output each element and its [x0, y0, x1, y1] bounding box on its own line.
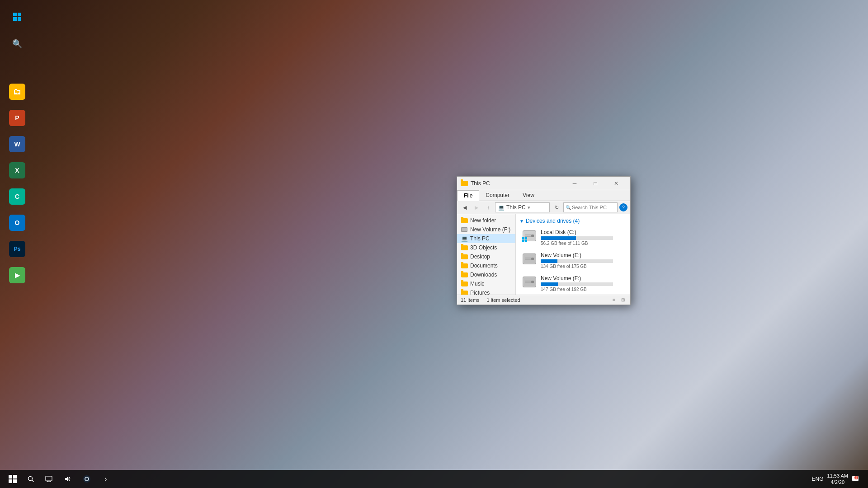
- minimize-button[interactable]: ─: [564, 177, 585, 190]
- content-panel: ▼ Devices and drives (4): [516, 214, 630, 295]
- search-box[interactable]: 🔍: [563, 202, 618, 212]
- svg-marker-6: [65, 477, 68, 481]
- date-display: 4/2/20: [830, 479, 844, 485]
- nav-music[interactable]: Music: [457, 279, 515, 288]
- path-text: This PC: [506, 204, 526, 211]
- drive-e[interactable]: New Volume (E:) 134 GB free of 175 GB: [519, 250, 627, 271]
- drive-c-fill: [541, 236, 576, 240]
- start-button-taskbar[interactable]: [4, 470, 22, 488]
- file-explorer-window: This PC ─ □ ✕ File Computer View ◀ ▶ ↑ 💻…: [457, 176, 631, 305]
- status-item-count: 11 items: [461, 297, 480, 303]
- drive-f[interactable]: New Volume (F:) 147 GB free of 192 GB: [519, 273, 627, 294]
- notification-count: 1: [854, 476, 858, 479]
- status-selected: 1 item selected: [487, 297, 520, 303]
- taskbar-steam-icon[interactable]: [78, 470, 96, 488]
- search-input[interactable]: [572, 205, 615, 210]
- refresh-button[interactable]: ↻: [552, 202, 561, 212]
- folder-icon: [461, 217, 468, 224]
- drive-e-info: New Volume (E:) 134 GB free of 175 GB: [541, 252, 623, 269]
- up-button[interactable]: ↑: [483, 202, 493, 212]
- nav-desktop[interactable]: Desktop: [457, 252, 515, 261]
- folder-icon-downloads: [461, 272, 468, 278]
- system-tray: ENG 11:53 AM 4/2/20 1: [812, 473, 865, 486]
- folder-icon-desktop: [461, 253, 468, 260]
- notification-center[interactable]: 1: [852, 475, 859, 483]
- time-display: 11:53 AM: [827, 473, 848, 479]
- devices-drives-section[interactable]: ▼ Devices and drives (4): [518, 216, 628, 226]
- address-bar: ◀ ▶ ↑ 💻 This PC ▾ ↻ 🔍 ?: [457, 201, 630, 214]
- ribbon-tabs: File Computer View: [457, 190, 630, 201]
- app-icon-powerpoint[interactable]: P: [4, 106, 31, 130]
- folder-icon-3d: [461, 244, 468, 251]
- search-taskbar-icon[interactable]: 🔍: [4, 32, 31, 56]
- view-toggle: ≡ ⊞: [610, 296, 627, 304]
- drive-c-bar: [541, 236, 613, 240]
- app-icon-photoshop[interactable]: Ps: [4, 237, 31, 261]
- drive-c-label: Local Disk (C:): [541, 229, 623, 235]
- search-button-taskbar[interactable]: [22, 470, 40, 488]
- clock: 11:53 AM 4/2/20: [827, 473, 848, 486]
- svg-rect-2: [46, 476, 52, 481]
- nav-documents[interactable]: Documents: [457, 261, 515, 270]
- address-path[interactable]: 💻 This PC ▾: [495, 202, 550, 212]
- close-button[interactable]: ✕: [606, 177, 627, 190]
- maximize-button[interactable]: □: [585, 177, 606, 190]
- nav-pictures[interactable]: Pictures: [457, 288, 515, 295]
- drive-e-icon: [523, 253, 537, 268]
- language-indicator: ENG: [812, 476, 824, 482]
- nav-3d-objects[interactable]: 3D Objects: [457, 243, 515, 252]
- app-icon-game[interactable]: ▶: [4, 263, 31, 287]
- drive-f-label: New Volume (F:): [541, 275, 623, 282]
- taskbar-volume-icon[interactable]: [59, 470, 77, 488]
- svg-line-1: [32, 480, 34, 482]
- nav-this-pc[interactable]: 💻 This PC: [457, 234, 515, 243]
- details-view-button[interactable]: ≡: [610, 296, 618, 304]
- taskbar: › ENG 11:53 AM 4/2/20 1: [0, 470, 868, 488]
- this-pc-icon: 💻: [461, 235, 468, 242]
- title-bar: This PC ─ □ ✕: [457, 177, 630, 190]
- window-icon: [461, 180, 468, 187]
- drive-c-space: 56.2 GB free of 111 GB: [541, 241, 623, 246]
- drive-c[interactable]: Local Disk (C:) 56.2 GB free of 111 GB: [519, 227, 627, 248]
- tab-computer[interactable]: Computer: [479, 190, 516, 201]
- drive-e-label: New Volume (E:): [541, 252, 623, 258]
- chevron-icon: ▼: [519, 219, 524, 224]
- drive-f-fill: [541, 282, 558, 286]
- nav-downloads[interactable]: Downloads: [457, 270, 515, 279]
- folder-icon-pictures: [461, 290, 468, 295]
- app-icon-outlook[interactable]: O: [4, 211, 31, 235]
- tiles-view-button[interactable]: ⊞: [619, 296, 627, 304]
- explorer-main: New folder New Volume (F:) 💻 This PC 3D …: [457, 214, 630, 295]
- help-button[interactable]: ?: [619, 203, 627, 211]
- app-icon-word[interactable]: W: [4, 132, 31, 156]
- back-button[interactable]: ◀: [460, 202, 470, 212]
- drive-f-space: 147 GB free of 192 GB: [541, 287, 623, 292]
- folder-icon-music: [461, 281, 468, 287]
- drives-grid: Local Disk (C:) 56.2 GB free of 111 GB: [518, 226, 628, 295]
- app-icon-unknown-green[interactable]: C: [4, 184, 31, 209]
- drive-e-space: 134 GB free of 175 GB: [541, 264, 623, 269]
- window-title: This PC: [471, 180, 564, 187]
- drive-c-info: Local Disk (C:) 56.2 GB free of 111 GB: [541, 229, 623, 246]
- section-title: Devices and drives (4): [526, 218, 580, 224]
- start-button[interactable]: [4, 5, 31, 29]
- taskbar-monitor-icon[interactable]: [40, 470, 58, 488]
- tab-view[interactable]: View: [516, 190, 541, 201]
- app-icon-excel[interactable]: X: [4, 158, 31, 183]
- taskbar-arrow-icon[interactable]: ›: [97, 470, 115, 488]
- nav-panel: New folder New Volume (F:) 💻 This PC 3D …: [457, 214, 516, 295]
- forward-button[interactable]: ▶: [472, 202, 481, 212]
- nav-new-volume-f[interactable]: New Volume (F:): [457, 225, 515, 234]
- tab-file[interactable]: File: [457, 190, 479, 201]
- nav-new-folder[interactable]: New folder: [457, 216, 515, 225]
- folder-icon-documents: [461, 263, 468, 269]
- desktop-sidebar: 🔍 🗂 P W X C O Ps ▶: [0, 0, 50, 470]
- drive-f-icon: [523, 277, 537, 291]
- desktop-background: [0, 0, 868, 488]
- drive-e-fill: [541, 259, 557, 263]
- drive-c-icon: [523, 230, 537, 245]
- drive-icon: [461, 226, 468, 233]
- ribbon: File Computer View: [457, 190, 630, 201]
- app-icon-file-explorer[interactable]: 🗂: [4, 80, 31, 104]
- status-bar: 11 items 1 item selected ≡ ⊞: [457, 295, 630, 305]
